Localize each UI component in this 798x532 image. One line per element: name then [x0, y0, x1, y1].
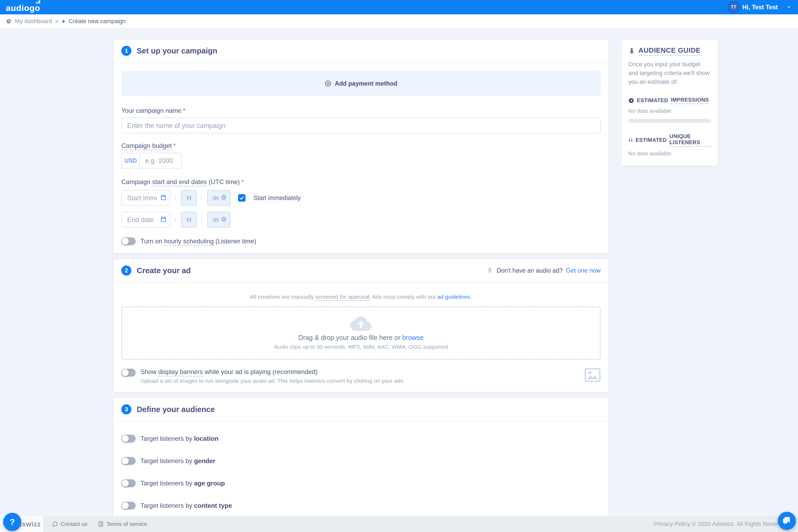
- end-minute-field[interactable]: [207, 212, 231, 228]
- audience-guide-description: Once you input your budget and targeting…: [628, 60, 711, 86]
- add-payment-method-button[interactable]: Add payment method: [324, 80, 397, 87]
- clock-icon[interactable]: [221, 216, 227, 222]
- main-column: 1 Set up your campaign Add payment metho…: [113, 39, 609, 532]
- chevron-down-icon[interactable]: [786, 4, 792, 11]
- start-immediately-checkbox[interactable]: [238, 194, 246, 202]
- target-location-toggle[interactable]: [121, 435, 136, 443]
- clock-icon[interactable]: [221, 194, 227, 201]
- campaign-budget-label: Campaign budget*: [121, 142, 601, 150]
- estimated-impressions-heading: ESTIMATED IMPRESSIONS: [628, 97, 711, 104]
- cloud-upload-icon: [350, 316, 372, 331]
- campaign-name-label: Your campaign name*: [121, 107, 601, 114]
- estimated-listeners-heading: ESTIMATED UNIQUE LISTENERS: [628, 133, 711, 147]
- check-icon: [239, 195, 244, 201]
- target-content-type-toggle[interactable]: [121, 502, 136, 510]
- chat-bubble-icon: [52, 521, 58, 527]
- required-asterisk: *: [183, 107, 185, 114]
- drop-text: Drag & drop your audio file here or brow…: [298, 334, 423, 342]
- end-hour-input[interactable]: [181, 212, 197, 228]
- step3-body: Target listeners by location Target list…: [113, 421, 609, 525]
- display-banners-label: Show display banners while your ad is pl…: [140, 368, 403, 376]
- app-header: audiogo TT Hi, Test Test: [0, 0, 798, 14]
- start-immediately-label: Start immediately: [253, 194, 301, 202]
- display-banners-toggle[interactable]: [121, 369, 136, 377]
- range-separator: -: [174, 216, 177, 224]
- impressions-progress-bar: [628, 119, 711, 122]
- audience-guide-card: AUDIENCE GUIDE Once you input your budge…: [621, 39, 718, 166]
- step1-card: 1 Set up your campaign Add payment metho…: [113, 39, 609, 254]
- plus-circle-icon: [324, 80, 331, 87]
- target-gender-toggle[interactable]: [121, 457, 136, 465]
- browse-link[interactable]: browse: [402, 334, 424, 341]
- start-minute-input[interactable]: [207, 190, 231, 206]
- help-button[interactable]: ?: [3, 513, 21, 531]
- copyright-text: Privacy Policy © 2020 Adswizz. All Right…: [654, 520, 790, 528]
- person-icon: [628, 48, 635, 55]
- step3-title: Define your audience: [137, 405, 215, 414]
- end-date-row: - :: [121, 212, 601, 228]
- start-date-field[interactable]: [121, 190, 170, 206]
- sidebar: AUDIENCE GUIDE Once you input your budge…: [621, 39, 718, 166]
- budget-input[interactable]: [139, 153, 182, 169]
- hourly-scheduling-row: Turn on hourly scheduling (Listener time…: [121, 237, 601, 245]
- avatar: TT: [728, 2, 739, 12]
- time-separator: :: [201, 216, 203, 224]
- step2-badge: 2: [121, 265, 131, 276]
- step3-header: 3 Define your audience: [113, 398, 609, 421]
- step2-title: Create your ad: [137, 266, 191, 275]
- display-banners-hint: Upload a set of images to run alongside …: [140, 378, 403, 384]
- audience-guide-title: AUDIENCE GUIDE: [639, 46, 701, 56]
- footer-links: Contact us Terms of service: [52, 521, 147, 527]
- target-age-group-toggle[interactable]: [121, 479, 136, 487]
- step1-header: 1 Set up your campaign: [113, 39, 609, 62]
- target-gender-row: Target listeners by gender: [121, 457, 601, 465]
- breadcrumb-current: Create new campaign: [69, 18, 126, 25]
- impressions-status: No data available: [628, 108, 711, 114]
- audio-bars-icon: [36, 0, 40, 4]
- audiogo-logo[interactable]: audiogo: [6, 2, 40, 12]
- step2-body: All creatives are manually screened for …: [113, 283, 609, 392]
- breadcrumb: My dashboard > + Create new campaign: [0, 14, 798, 29]
- start-hour-input[interactable]: [181, 190, 197, 206]
- screening-note: All creatives are manually screened for …: [121, 294, 601, 300]
- pie-chart-icon: [6, 18, 12, 24]
- hourly-scheduling-toggle[interactable]: [121, 237, 136, 245]
- logo-text: audiogo: [6, 3, 40, 13]
- breadcrumb-separator-icon: >: [55, 18, 58, 24]
- start-date-row: - : Start immediately: [121, 190, 601, 206]
- chat-widget-button[interactable]: [778, 512, 796, 530]
- audio-dropzone[interactable]: Drag & drop your audio file here or brow…: [121, 306, 601, 360]
- document-icon: [98, 521, 104, 527]
- start-minute-field[interactable]: [207, 190, 231, 206]
- target-location-row: Target listeners by location: [121, 435, 601, 443]
- end-date-field[interactable]: [121, 212, 170, 228]
- get-one-now-link[interactable]: Get one now: [566, 267, 601, 274]
- page: audiogo TT Hi, Test Test My dashboard > …: [0, 0, 798, 532]
- contact-us-link[interactable]: Contact us: [52, 521, 87, 527]
- user-menu[interactable]: TT Hi, Test Test: [728, 2, 792, 12]
- currency-selector[interactable]: USD: [121, 153, 139, 169]
- end-minute-input[interactable]: [207, 212, 231, 228]
- range-separator: -: [174, 194, 177, 202]
- breadcrumb-dashboard[interactable]: My dashboard: [15, 18, 52, 25]
- plus-icon: +: [61, 18, 65, 25]
- content: 1 Set up your campaign Add payment metho…: [0, 29, 798, 532]
- play-circle-icon: [628, 98, 634, 103]
- no-ad-text: Don't have an audio ad?: [497, 267, 563, 274]
- user-greeting: Hi, Test Test: [742, 4, 778, 11]
- image-placeholder-icon: [585, 368, 601, 384]
- ad-guidelines-link[interactable]: ad guidelines: [437, 294, 470, 300]
- campaign-name-input[interactable]: [121, 118, 601, 134]
- time-separator: :: [201, 194, 203, 202]
- audience-guide-header: AUDIENCE GUIDE: [628, 46, 711, 56]
- step2-card: 2 Create your ad Don't have an audio ad?…: [113, 259, 609, 393]
- step2-header: 2 Create your ad Don't have an audio ad?…: [113, 259, 609, 282]
- calendar-icon[interactable]: [160, 216, 167, 222]
- no-ad-note: Don't have an audio ad? Get one now: [486, 267, 601, 274]
- display-banners-row: Show display banners while your ad is pl…: [121, 368, 601, 384]
- terms-of-service-link[interactable]: Terms of service: [98, 521, 147, 527]
- required-asterisk: *: [173, 142, 175, 149]
- calendar-icon[interactable]: [160, 194, 167, 201]
- step1-title: Set up your campaign: [137, 46, 217, 55]
- footer: adswizz Contact us Terms of service Priv…: [0, 516, 798, 532]
